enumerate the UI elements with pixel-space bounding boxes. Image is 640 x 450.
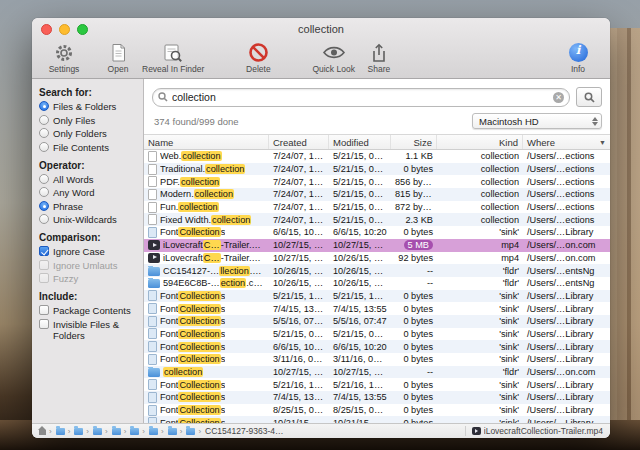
search-icon xyxy=(158,88,168,106)
checkbox-label: Package Contents xyxy=(53,305,131,316)
settings-button[interactable]: Settings xyxy=(44,42,84,74)
modified-cell: 5/21/15, 05:18 xyxy=(329,202,391,212)
radio-option[interactable]: Only Files xyxy=(39,115,137,126)
table-row[interactable]: FontCollections 5/5/16, 07:47 5/5/16, 07… xyxy=(144,315,610,328)
table-row[interactable]: FontCollections 5/21/15, 10:52 5/21/15, … xyxy=(144,290,610,303)
path-segment[interactable] xyxy=(86,427,102,436)
window-title: collection xyxy=(298,23,344,35)
file-icon xyxy=(148,379,157,390)
table-row[interactable]: FontCollections 7/4/15, 13:55 7/4/15, 13… xyxy=(144,302,610,315)
search-field[interactable]: ✕ xyxy=(152,88,570,107)
kind-cell: 'sink' xyxy=(437,291,523,301)
table-row[interactable]: Fun.collection 7/24/07, 12:17 5/21/15, 0… xyxy=(144,201,610,214)
size-cell: 815 bytes xyxy=(395,189,435,199)
table-row[interactable]: 594E6C8B-…ection.com 10/26/15, 12:01 10/… xyxy=(144,277,610,290)
match-highlight: ection xyxy=(220,278,247,288)
table-row[interactable]: Web.collection 7/24/07, 12:17 5/21/15, 0… xyxy=(144,150,610,163)
table-row[interactable]: FontCollections 5/21/15, 01:32 5/21/15, … xyxy=(144,328,610,341)
table-row[interactable]: FontCollections 7/4/15, 13:55 7/4/15, 13… xyxy=(144,391,610,404)
path-segment[interactable] xyxy=(180,427,196,436)
match-highlight: collection xyxy=(163,367,203,377)
radio-option[interactable]: Unix-Wildcards xyxy=(39,214,137,225)
section-label-include: Include: xyxy=(39,291,137,302)
share-button[interactable]: Share xyxy=(359,42,399,74)
path-segment[interactable] xyxy=(105,427,121,436)
column-header-created[interactable]: Created xyxy=(269,135,329,149)
radio-label: Only Files xyxy=(53,115,95,126)
path-segment[interactable] xyxy=(142,427,158,436)
table-row[interactable]: PDF.collection 7/24/07, 12:17 5/21/15, 0… xyxy=(144,175,610,188)
modified-cell: 10/27/15, 10:25 xyxy=(329,240,391,250)
modified-cell: 3/11/16, 08:56 xyxy=(329,354,391,364)
checkbox-option[interactable]: Package Contents xyxy=(39,305,137,316)
created-cell: 7/24/07, 12:17 xyxy=(269,164,329,174)
file-name: FontCollections xyxy=(160,354,225,364)
path-segment[interactable] xyxy=(49,427,65,436)
file-name: FontCollections xyxy=(160,304,225,314)
file-name: FontCollections xyxy=(160,291,225,301)
prohibition-icon xyxy=(248,42,269,63)
match-highlight: C… xyxy=(203,240,221,250)
movie-icon xyxy=(472,427,481,435)
modified-cell: 7/4/15, 13:55 xyxy=(329,392,391,402)
table-row[interactable]: CC154127-…llection.com 10/26/15, 12:01 1… xyxy=(144,264,610,277)
file-name: Fun.collection xyxy=(160,202,219,212)
table-row[interactable]: FontCollections 8/25/15, 07:45 8/25/15, … xyxy=(144,404,610,417)
path-segment-label[interactable]: CC154127-9363-4… xyxy=(198,426,283,436)
table-row[interactable]: FontCollections 6/6/15, 10:20 6/6/15, 10… xyxy=(144,226,610,239)
radio-option[interactable]: Files & Folders xyxy=(39,101,137,112)
column-header-kind[interactable]: Kind xyxy=(437,135,523,149)
checkbox-option[interactable]: Invisible Files & Folders xyxy=(39,319,137,341)
radio-option[interactable]: Any Word xyxy=(39,187,137,198)
created-cell: 7/24/07, 12:17 xyxy=(269,177,329,187)
file-icon xyxy=(148,290,157,301)
start-search-button[interactable] xyxy=(576,87,602,107)
column-header-modified[interactable]: Modified xyxy=(329,135,391,149)
table-row[interactable]: FontCollections 6/6/15, 10:20 6/6/15, 10… xyxy=(144,340,610,353)
volume-dropdown[interactable]: Macintosh HD xyxy=(472,113,602,129)
column-header-size[interactable]: Size xyxy=(391,135,437,149)
toolbar: Settings Open Reveal In Finder xyxy=(32,40,610,78)
radio-option[interactable]: All Words xyxy=(39,174,137,185)
created-cell: 10/26/15, 12:01 xyxy=(269,278,329,288)
radio-option[interactable]: Only Folders xyxy=(39,128,137,139)
quick-look-button[interactable]: Quick Look xyxy=(312,42,355,74)
selected-file-indicator[interactable]: iLovecraftCollection-Trailer.mp4 xyxy=(465,426,603,436)
path-segment[interactable] xyxy=(161,427,177,436)
column-header-name[interactable]: Name xyxy=(144,135,269,149)
radio-option[interactable]: File Contents xyxy=(39,142,137,153)
reveal-in-finder-button[interactable]: Reveal In Finder xyxy=(142,42,204,74)
settings-label: Settings xyxy=(49,64,80,74)
info-button[interactable]: i Info xyxy=(558,42,598,74)
path-segment[interactable] xyxy=(124,427,140,436)
table-row[interactable]: Fixed Width.collection 7/24/07, 12:17 5/… xyxy=(144,213,610,226)
size-cell: 0 bytes xyxy=(403,291,433,301)
path-segment[interactable] xyxy=(39,428,46,435)
table-row[interactable]: FontCollections 3/11/16, 08:56 3/11/16, … xyxy=(144,353,610,366)
path-segment[interactable] xyxy=(68,427,84,436)
table-row[interactable]: Modern.collection 7/24/07, 12:17 5/21/15… xyxy=(144,188,610,201)
created-cell: 6/6/15, 10:20 xyxy=(269,342,329,352)
table-row[interactable]: collection 10/27/15, 10:26 10/27/15, 10:… xyxy=(144,366,610,379)
search-input[interactable] xyxy=(172,91,549,103)
checkbox-option[interactable]: Ignore Umlauts xyxy=(39,260,137,271)
minimize-button[interactable] xyxy=(59,24,70,35)
zoom-button[interactable] xyxy=(77,24,88,35)
radio-label: Files & Folders xyxy=(53,101,116,112)
checkbox-option[interactable]: Ignore Case xyxy=(39,246,137,257)
close-button[interactable] xyxy=(41,24,52,35)
table-row[interactable]: iLovecraftC…-Trailer.mp4 10/27/15, 10:25… xyxy=(144,252,610,265)
app-window: collection Settings Open Revea xyxy=(32,18,610,438)
where-cell: /Users/…Library xyxy=(523,354,610,364)
column-header-where[interactable]: Where ▼ xyxy=(523,135,610,149)
radio-option[interactable]: Phrase xyxy=(39,201,137,212)
table-row[interactable]: Traditional.collection 7/24/07, 12:17 5/… xyxy=(144,163,610,176)
modified-cell: 10/26/15, 12:01 xyxy=(329,278,391,288)
table-row[interactable]: FontCollections 5/21/16, 12:16 5/21/16, … xyxy=(144,378,610,391)
delete-button[interactable]: Delete xyxy=(238,42,278,74)
open-button[interactable]: Open xyxy=(98,42,138,74)
clear-search-icon[interactable]: ✕ xyxy=(553,92,564,103)
where-cell: /Users/…ections xyxy=(523,151,610,161)
table-row[interactable]: iLovecraftC…-Trailer.mp4 10/27/15, 10:25… xyxy=(144,239,610,252)
checkbox-option[interactable]: Fuzzy xyxy=(39,273,137,284)
